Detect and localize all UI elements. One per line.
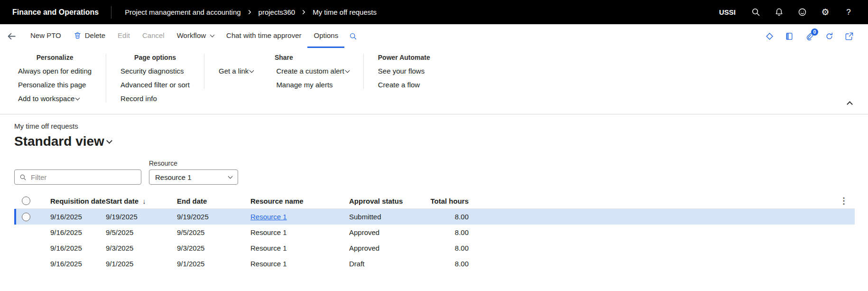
group-title: Share bbox=[219, 54, 349, 61]
cell-approval-status: Approved bbox=[349, 244, 428, 252]
breadcrumb-item-module[interactable]: Project management and accounting bbox=[125, 8, 240, 16]
table-row[interactable]: 9/16/2025 9/1/2025 9/1/2025 Resource 1 D… bbox=[14, 256, 855, 272]
divider bbox=[111, 6, 111, 19]
cell-end-date: 9/19/2025 bbox=[177, 213, 250, 221]
filter-input[interactable] bbox=[30, 173, 136, 182]
always-open-for-editing-button[interactable]: Always open for editing bbox=[18, 67, 92, 75]
personalize-this-page-button[interactable]: Personalize this page bbox=[18, 81, 86, 89]
new-pto-button[interactable]: New PTO bbox=[24, 24, 67, 48]
search-icon[interactable] bbox=[750, 7, 761, 18]
ribbon-group-personalize: Personalize Always open for editing Pers… bbox=[8, 54, 106, 103]
add-to-workspace-label: Add to workspace bbox=[18, 94, 74, 103]
resource-combobox[interactable]: Resource 1 bbox=[149, 169, 238, 185]
help-icon[interactable]: ? bbox=[843, 7, 854, 18]
cell-start-date: 9/3/2025 bbox=[106, 244, 177, 252]
collapse-ribbon-button[interactable] bbox=[845, 100, 852, 108]
resource-name-link[interactable]: Resource 1 bbox=[250, 213, 287, 221]
back-button[interactable] bbox=[7, 24, 17, 48]
cell-requisition-date: 9/16/2025 bbox=[50, 260, 106, 268]
options-ribbon: Personalize Always open for editing Pers… bbox=[0, 48, 868, 114]
search-icon bbox=[19, 174, 27, 181]
chevron-right-icon bbox=[301, 9, 306, 15]
resource-label: Resource bbox=[149, 160, 238, 167]
chat-with-time-approver-button[interactable]: Chat with time approver bbox=[220, 24, 307, 48]
table-row[interactable]: 9/16/2025 9/3/2025 9/3/2025 Resource 1 A… bbox=[14, 240, 855, 256]
cell-end-date: 9/5/2025 bbox=[177, 228, 250, 236]
column-header-total-hours[interactable]: Total hours bbox=[428, 197, 469, 205]
cell-total-hours: 8.00 bbox=[428, 244, 469, 252]
action-search-icon[interactable] bbox=[344, 24, 362, 48]
notifications-bell-icon[interactable] bbox=[774, 7, 784, 18]
add-to-workspace-button[interactable]: Add to workspace bbox=[18, 94, 79, 103]
ribbon-group-page-options: Page options Security diagnostics Advanc… bbox=[106, 54, 204, 103]
see-your-flows-button[interactable]: See your flows bbox=[378, 67, 425, 75]
company-picker[interactable]: USSI bbox=[719, 8, 736, 16]
filter-input-container bbox=[14, 169, 141, 185]
action-bar: New PTO Delete Edit Cancel Workflow Chat… bbox=[0, 24, 868, 48]
create-custom-alert-label: Create a custom alert bbox=[276, 67, 344, 75]
grid-more-options-icon[interactable]: ⋮ bbox=[840, 197, 855, 205]
page-content: My time off requests Standard view Resou… bbox=[0, 114, 868, 272]
cell-total-hours: 8.00 bbox=[428, 213, 469, 221]
cell-requisition-date: 9/16/2025 bbox=[50, 228, 106, 236]
chevron-down-icon bbox=[228, 174, 233, 179]
trash-icon bbox=[74, 31, 82, 39]
view-selector[interactable]: Standard view bbox=[14, 134, 111, 149]
record-info-button[interactable]: Record info bbox=[120, 94, 157, 103]
create-a-flow-button[interactable]: Create a flow bbox=[378, 81, 420, 89]
cell-requisition-date: 9/16/2025 bbox=[50, 213, 106, 221]
cell-start-date: 9/19/2025 bbox=[106, 213, 177, 221]
feedback-smiley-icon[interactable] bbox=[797, 7, 807, 18]
manage-my-alerts-button[interactable]: Manage my alerts bbox=[276, 81, 332, 89]
column-header-requisition-date[interactable]: Requisition date bbox=[50, 197, 106, 205]
cell-resource-name: Resource 1 bbox=[250, 228, 349, 236]
power-apps-icon[interactable] bbox=[765, 32, 774, 41]
security-diagnostics-button[interactable]: Security diagnostics bbox=[120, 67, 184, 75]
ribbon-group-power-automate: Power Automate See your flows Create a f… bbox=[363, 54, 444, 89]
app-title[interactable]: Finance and Operations bbox=[0, 8, 111, 17]
group-title: Personalize bbox=[18, 54, 92, 61]
options-tab[interactable]: Options bbox=[307, 24, 344, 48]
table-row[interactable]: 9/16/2025 9/19/2025 9/19/2025 Resource 1… bbox=[14, 209, 855, 225]
column-header-resource-name[interactable]: Resource name bbox=[250, 197, 349, 205]
get-a-link-label: Get a link bbox=[219, 67, 249, 75]
breadcrumb-item-page[interactable]: My time off requests bbox=[313, 8, 377, 16]
advanced-filter-or-sort-button[interactable]: Advanced filter or sort bbox=[120, 81, 190, 89]
cell-end-date: 9/1/2025 bbox=[177, 260, 250, 268]
group-title: Page options bbox=[120, 54, 190, 61]
chevron-up-icon bbox=[847, 101, 853, 107]
page-caption: My time off requests bbox=[14, 122, 855, 130]
attachments-icon[interactable]: 0 bbox=[805, 32, 814, 41]
settings-gear-icon[interactable]: ⚙ bbox=[820, 7, 831, 18]
cell-start-date: 9/1/2025 bbox=[106, 260, 177, 268]
column-header-end-date[interactable]: End date bbox=[177, 197, 250, 205]
topbar-actions: USSI ⚙ ? bbox=[719, 7, 868, 18]
cell-approval-status: Draft bbox=[349, 260, 428, 268]
cell-end-date: 9/3/2025 bbox=[177, 244, 250, 252]
column-header-approval-status[interactable]: Approval status bbox=[349, 197, 428, 205]
table-row[interactable]: 9/16/2025 9/5/2025 9/5/2025 Resource 1 A… bbox=[14, 225, 855, 240]
cell-start-date: 9/5/2025 bbox=[106, 228, 177, 236]
create-custom-alert-button[interactable]: Create a custom alert bbox=[276, 67, 349, 75]
cell-resource-name: Resource 1 bbox=[250, 260, 349, 268]
time-off-requests-grid: Requisition date Start date ↓ End date R… bbox=[14, 193, 855, 272]
row-select-radio[interactable] bbox=[22, 213, 30, 221]
cell-approval-status: Approved bbox=[349, 228, 428, 236]
view-title-label: Standard view bbox=[14, 134, 104, 149]
column-header-start-date[interactable]: Start date ↓ bbox=[106, 197, 177, 205]
group-title: Power Automate bbox=[378, 54, 430, 61]
refresh-icon[interactable] bbox=[825, 32, 834, 41]
delete-button[interactable]: Delete bbox=[67, 24, 111, 48]
get-a-link-button[interactable]: Get a link bbox=[219, 67, 253, 75]
attachments-count-badge: 0 bbox=[811, 28, 818, 36]
delete-button-label: Delete bbox=[85, 31, 105, 39]
select-all-radio[interactable] bbox=[22, 197, 30, 205]
task-recorder-book-icon[interactable] bbox=[785, 32, 794, 41]
breadcrumb-item-area[interactable]: projects360 bbox=[259, 8, 295, 16]
cell-requisition-date: 9/16/2025 bbox=[50, 244, 106, 252]
top-navigation-bar: Finance and Operations Project managemen… bbox=[0, 0, 868, 24]
sort-descending-icon: ↓ bbox=[142, 197, 146, 205]
open-in-new-window-icon[interactable] bbox=[845, 32, 854, 41]
workflow-button[interactable]: Workflow bbox=[171, 24, 220, 48]
cancel-button: Cancel bbox=[136, 24, 171, 48]
